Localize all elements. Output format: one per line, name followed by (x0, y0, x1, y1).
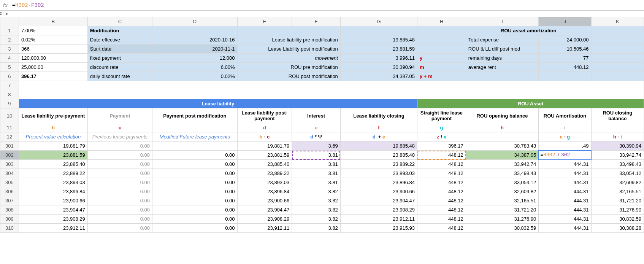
cell-b303[interactable]: 23,885.40 (19, 160, 87, 169)
row-3[interactable]: 3 (0, 45, 19, 54)
cell[interactable] (591, 26, 644, 35)
cell[interactable]: fixed payment (87, 54, 152, 63)
cell-g303[interactable]: 23,889.22 (340, 160, 417, 169)
row-301[interactable]: 301 (0, 142, 19, 151)
cell-g309[interactable]: 23,912.11 (340, 215, 417, 224)
cell[interactable]: Date effective (87, 35, 152, 45)
cell-j303[interactable]: 444.31 (539, 160, 591, 169)
cell[interactable]: remaining days (466, 54, 539, 63)
cell-k302[interactable]: 33,942.74 (591, 151, 644, 160)
cell-b307[interactable]: 23,900.66 (19, 196, 87, 205)
cell-h307[interactable]: 448.12 (417, 196, 466, 205)
cell-g310[interactable]: 23,915.93 (340, 224, 417, 233)
cell-c301[interactable]: 0.00 (87, 142, 152, 151)
cell-b304[interactable]: 23,889.22 (19, 169, 87, 178)
col-D[interactable]: D (152, 17, 237, 26)
cell-d309[interactable]: 0.00 (152, 215, 237, 224)
cell[interactable]: Lease liability pre modification (237, 35, 340, 45)
cell-d306[interactable]: 0.00 (152, 187, 237, 196)
cell-b309[interactable]: 23,908.29 (19, 215, 87, 224)
col-G[interactable]: G (340, 17, 417, 26)
cell[interactable]: 23,881.59 (340, 45, 417, 54)
row-306[interactable]: 306 (0, 187, 19, 196)
cell-c305[interactable]: 0.00 (87, 178, 152, 187)
cell-d310[interactable]: 0.00 (152, 224, 237, 233)
row-7[interactable]: 7 (0, 81, 19, 90)
cell-i309[interactable]: 31,276.90 (466, 215, 539, 224)
cell[interactable]: ROU post modification (237, 72, 340, 81)
cell-g307[interactable]: 23,904.47 (340, 196, 417, 205)
cell-j310[interactable]: 444.31 (539, 224, 591, 233)
cell-f306[interactable]: 3.82 (292, 187, 341, 196)
cell[interactable]: Modification (87, 26, 152, 35)
cell-g301[interactable]: 19,885.48 (340, 142, 417, 151)
cell-e305[interactable]: 23,893.03 (237, 178, 292, 187)
cell-h309[interactable]: 448.12 (417, 215, 466, 224)
col-C[interactable]: C (87, 17, 152, 26)
cell-i305[interactable]: 33,054.12 (466, 178, 539, 187)
cell-h310[interactable]: 448.12 (417, 224, 466, 233)
row-304[interactable]: 304 (0, 169, 19, 178)
cell-c310[interactable]: 0.00 (87, 224, 152, 233)
cell-e309[interactable]: 23,908.29 (237, 215, 292, 224)
row-11[interactable]: 11 (0, 123, 19, 132)
cell[interactable]: Total expense (466, 35, 539, 45)
cell-i307[interactable]: 32,165.51 (466, 196, 539, 205)
cell-j301[interactable]: .49 (539, 142, 591, 151)
cell-i308[interactable]: 31,721.20 (466, 205, 539, 215)
cell[interactable]: 12,000 (152, 54, 237, 63)
cell[interactable]: 2020-11-1 (152, 45, 237, 54)
row-309[interactable]: 309 (0, 215, 19, 224)
cell-g306[interactable]: 23,900.66 (340, 187, 417, 196)
cell-k301[interactable]: 30,390.94 (591, 142, 644, 151)
cell-f303[interactable]: 3.81 (292, 160, 341, 169)
col-B[interactable]: B (19, 17, 87, 26)
cell[interactable]: discount rate (87, 63, 152, 72)
spreadsheet-grid[interactable]: B C D E F G H I J K 1 7.00% Modification… (0, 17, 644, 233)
col-I[interactable]: I (466, 17, 539, 26)
cell-f310[interactable]: 3.82 (292, 224, 341, 233)
col-H[interactable]: H (417, 17, 466, 26)
cell[interactable]: 25,000.00 (19, 63, 87, 72)
cell[interactable]: ROU pre modification (237, 63, 340, 72)
cell[interactable] (237, 26, 292, 35)
cell[interactable]: average rent (466, 63, 539, 72)
cell-k304[interactable]: 33,054.12 (591, 169, 644, 178)
cell-f308[interactable]: 3.82 (292, 205, 341, 215)
cell-c306[interactable]: 0.00 (87, 187, 152, 196)
cell-b310[interactable]: 23,912.11 (19, 224, 87, 233)
cell[interactable] (591, 72, 644, 81)
cell[interactable] (539, 72, 591, 81)
cell[interactable]: m (417, 63, 466, 72)
row-8[interactable]: 8 (0, 90, 19, 99)
row-305[interactable]: 305 (0, 178, 19, 187)
cell-d303[interactable]: 0.00 (152, 160, 237, 169)
cell-e310[interactable]: 23,912.11 (237, 224, 292, 233)
cell[interactable] (591, 63, 644, 72)
cell-b301[interactable]: 19,881.79 (19, 142, 87, 151)
cell-f302[interactable]: 3.81 (292, 151, 341, 160)
row-4[interactable]: 4 (0, 54, 19, 63)
cell-b308[interactable]: 23,904.47 (19, 205, 87, 215)
row-9[interactable]: 9 (0, 99, 19, 108)
col-F[interactable]: F (292, 17, 341, 26)
cell-k307[interactable]: 31,721.20 (591, 196, 644, 205)
cell[interactable]: 0.02% (19, 35, 87, 45)
cell-e303[interactable]: 23,885.40 (237, 160, 292, 169)
cell[interactable]: ROU & LL diff post mod (466, 45, 539, 54)
cell-c304[interactable]: 0.00 (87, 169, 152, 178)
cell-e304[interactable]: 23,889.22 (237, 169, 292, 178)
row-302[interactable]: 302 (0, 151, 19, 160)
cell[interactable]: 366 (19, 45, 87, 54)
cell-f304[interactable]: 3.81 (292, 169, 341, 178)
cell[interactable] (292, 26, 341, 35)
cell-j306[interactable]: 444.31 (539, 187, 591, 196)
formula-bar[interactable]: fx =H302-F302 (0, 0, 644, 11)
cell[interactable]: 34,387.05 (340, 72, 417, 81)
col-K[interactable]: K (591, 17, 644, 26)
cell-f301[interactable]: 3.69 (292, 142, 341, 151)
cell-g304[interactable]: 23,893.03 (340, 169, 417, 178)
cell[interactable]: 396.17 (19, 72, 87, 81)
select-all-corner[interactable] (0, 17, 19, 26)
cell[interactable]: 30,390.94 (340, 63, 417, 72)
